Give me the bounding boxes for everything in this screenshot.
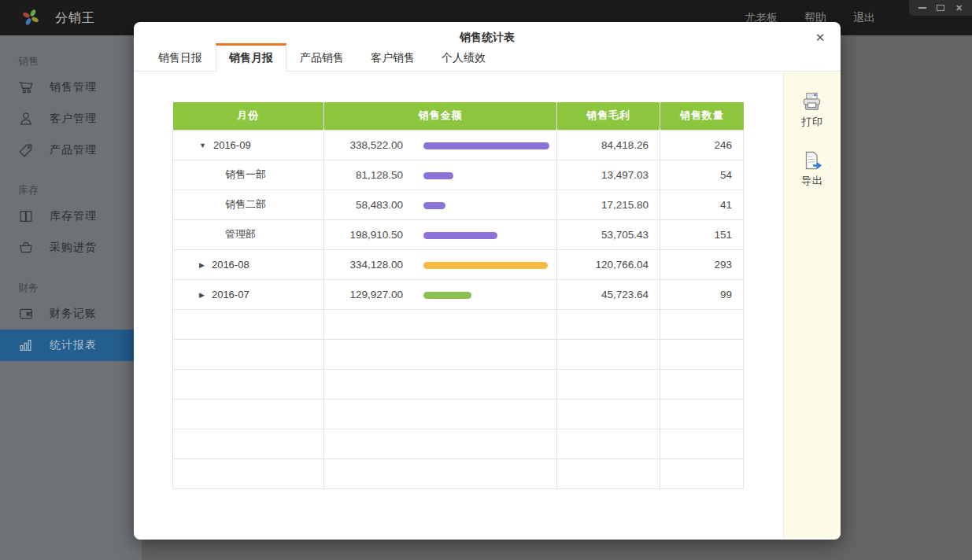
- empty-cell: [324, 369, 557, 399]
- sales-amount-value: 129,927.00: [324, 289, 403, 300]
- table-row: 销售一部81,128.5013,497.0354: [173, 160, 744, 190]
- export-icon: [800, 149, 824, 171]
- close-window-button[interactable]: ✕: [954, 3, 965, 13]
- quantity-cell: 41: [660, 190, 744, 219]
- quantity-cell: 99: [660, 279, 744, 309]
- sidebar-item-product-management[interactable]: 产品管理: [0, 134, 142, 166]
- empty-cell: [660, 369, 744, 399]
- quantity-cell: 293: [660, 249, 744, 279]
- tab-product-sales[interactable]: 产品销售: [286, 46, 357, 71]
- tab-daily-sales[interactable]: 销售日报: [145, 46, 216, 71]
- column-header: 销售金额: [324, 102, 557, 130]
- sidebar-item-purchasing[interactable]: 采购进货: [0, 232, 142, 263]
- empty-cell: [173, 369, 324, 399]
- month-label: 2016-08: [212, 259, 249, 271]
- empty-cell: [173, 459, 324, 488]
- export-button[interactable]: 导出: [800, 149, 824, 188]
- tab-customer-sales[interactable]: 客户销售: [357, 46, 428, 71]
- empty-table-row: [173, 399, 744, 429]
- quantity-cell: 151: [660, 219, 744, 249]
- sales-amount-value: 81,128.50: [324, 169, 403, 181]
- sales-amount-cell: 334,128.00: [324, 249, 557, 279]
- sidebar-item-bookkeeping[interactable]: 财务记账: [0, 298, 142, 330]
- sales-report-dialog: 销售统计表 ✕ 销售日报销售月报产品销售客户销售个人绩效 月份销售金额销售毛利销…: [134, 22, 841, 540]
- sales-amount-cell: 58,483.00: [324, 190, 557, 219]
- quantity-cell: 54: [660, 160, 744, 190]
- month-label: 销售二部: [225, 198, 266, 210]
- sales-amount-value: 58,483.00: [324, 199, 403, 211]
- sales-amount-bar: [423, 262, 548, 269]
- window-controls: ✕: [909, 0, 972, 16]
- empty-table-row: [173, 309, 744, 339]
- app-logo-icon: [20, 7, 41, 28]
- gross-profit-cell: 45,723.64: [557, 279, 660, 309]
- gross-profit-cell: 13,497.03: [557, 160, 660, 190]
- sales-amount-bar: [423, 172, 453, 179]
- sidebar-item-label: 采购进货: [50, 241, 97, 255]
- empty-table-row: [173, 459, 744, 488]
- table-row: ▶2016-07129,927.0045,723.6499: [173, 279, 744, 309]
- sales-amount-bar: [423, 292, 471, 299]
- empty-cell: [324, 459, 557, 488]
- expand-arrow-icon[interactable]: ▶: [199, 261, 205, 269]
- logout-menu-item[interactable]: 退出: [853, 11, 875, 25]
- empty-table-row: [173, 339, 744, 369]
- sidebar-item-label: 产品管理: [50, 143, 97, 157]
- empty-cell: [173, 309, 324, 339]
- app-window: 分销王 尤老板帮助退出 ✕ 销售销售管理客户管理产品管理库存库存管理采购进货财务…: [0, 0, 972, 560]
- sidebar-item-label: 客户管理: [50, 112, 97, 126]
- empty-cell: [557, 429, 660, 459]
- report-content: 月份销售金额销售毛利销售数量 ▼2016-09338,522.0084,418.…: [134, 72, 783, 539]
- empty-table-row: [173, 369, 744, 399]
- sales-amount-value: 198,910.50: [324, 229, 403, 241]
- sidebar-item-label: 销售管理: [50, 80, 97, 94]
- app-title: 分销王: [55, 10, 95, 27]
- sidebar-item-inventory-management[interactable]: 库存管理: [0, 201, 142, 232]
- empty-cell: [557, 339, 660, 369]
- maximize-window-button[interactable]: [935, 3, 946, 13]
- tag-icon: [17, 141, 37, 160]
- empty-table-row: [173, 429, 744, 459]
- empty-cell: [557, 399, 660, 429]
- table-row: 销售二部58,483.0017,215.8041: [173, 190, 744, 219]
- user-icon: [17, 109, 37, 128]
- action-label: 导出: [801, 174, 823, 188]
- sidebar: 销售销售管理客户管理产品管理库存库存管理采购进货财务财务记账统计报表: [0, 35, 142, 560]
- empty-cell: [660, 429, 744, 459]
- gross-profit-cell: 17,215.80: [557, 190, 660, 219]
- month-cell[interactable]: ▶2016-07: [173, 279, 324, 309]
- month-cell[interactable]: ▼2016-09: [173, 130, 324, 160]
- gross-profit-cell: 120,766.04: [557, 249, 660, 279]
- month-cell: 管理部: [173, 219, 324, 249]
- month-label: 管理部: [225, 228, 256, 240]
- print-button[interactable]: 打印: [800, 90, 824, 129]
- dialog-title: 销售统计表: [134, 22, 841, 46]
- minimize-window-button[interactable]: [917, 3, 928, 13]
- sidebar-item-label: 统计报表: [50, 338, 97, 352]
- column-header: 销售数量: [660, 102, 744, 130]
- sales-amount-value: 338,522.00: [324, 139, 403, 151]
- month-cell: 销售一部: [173, 160, 324, 190]
- tab-monthly-sales[interactable]: 销售月报: [216, 43, 286, 72]
- empty-cell: [660, 309, 744, 339]
- sidebar-item-statistics-report[interactable]: 统计报表: [0, 330, 142, 361]
- tab-personal-performance[interactable]: 个人绩效: [428, 46, 499, 71]
- collapse-arrow-icon[interactable]: ▼: [199, 142, 206, 149]
- expand-arrow-icon[interactable]: ▶: [199, 291, 205, 299]
- empty-cell: [173, 339, 324, 369]
- empty-cell: [557, 309, 660, 339]
- sales-amount-cell: 338,522.00: [324, 130, 557, 160]
- sidebar-item-sales-management[interactable]: 销售管理: [0, 72, 142, 103]
- table-row: ▼2016-09338,522.0084,418.26246: [173, 130, 744, 160]
- sidebar-item-label: 财务记账: [50, 307, 97, 321]
- wallet-icon: [17, 304, 37, 323]
- sales-amount-bar: [423, 202, 445, 209]
- table-row: ▶2016-08334,128.00120,766.04293: [173, 249, 744, 279]
- dialog-close-icon[interactable]: ✕: [812, 30, 828, 46]
- sidebar-section-label: 财务: [0, 281, 142, 295]
- sidebar-item-customer-management[interactable]: 客户管理: [0, 103, 142, 134]
- column-header: 销售毛利: [557, 102, 660, 130]
- sales-amount-cell: 198,910.50: [324, 219, 557, 249]
- month-cell[interactable]: ▶2016-08: [173, 249, 324, 279]
- book-icon: [17, 207, 37, 226]
